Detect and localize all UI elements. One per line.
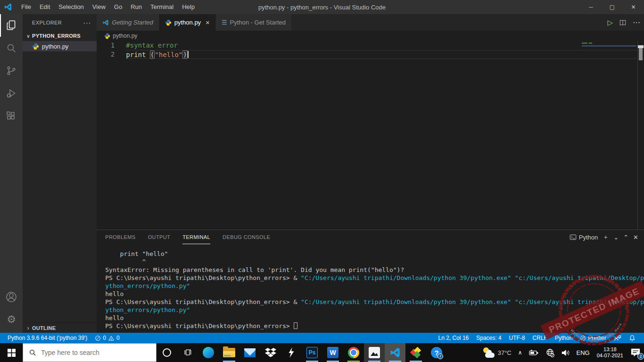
dropbox-button[interactable] (260, 343, 281, 362)
terminal-cursor (294, 322, 297, 329)
menu-go[interactable]: Go (110, 0, 126, 14)
problems-status[interactable]: 0 0 (91, 335, 123, 341)
file-explorer-button[interactable] (219, 343, 239, 362)
weather-widget[interactable]: 37°C (479, 343, 515, 362)
clock[interactable]: 13:18 04-07-2021 (593, 343, 627, 362)
feedback-icon[interactable] (610, 335, 625, 341)
taskbar-search-box[interactable] (23, 343, 157, 362)
file-item-python-py[interactable]: python.py (23, 41, 97, 51)
notifications-bell-icon[interactable] (625, 335, 639, 342)
action-center-button[interactable]: 2 (627, 343, 644, 362)
cortana-button[interactable] (157, 343, 177, 362)
search-input[interactable] (41, 349, 145, 356)
language-mode-status[interactable]: Python (551, 335, 576, 341)
terminal-dropdown-icon[interactable]: ⌄ (613, 234, 619, 241)
open-paren-token: ( (150, 50, 155, 59)
python-interpreter-status[interactable]: Python 3.9.6 64-bit ('python 39') (4, 335, 91, 341)
eol-status[interactable]: CRLF (529, 335, 551, 341)
minimize-button[interactable]: ─ (580, 0, 602, 14)
comment-token: #syntax error (126, 41, 178, 49)
vscode-logo-icon (4, 3, 12, 11)
tab-getting-started[interactable]: Getting Started (97, 14, 159, 31)
menu-view[interactable]: View (88, 0, 110, 14)
start-button[interactable] (0, 343, 23, 362)
network-globe-icon[interactable] (542, 343, 558, 362)
minimap[interactable] (582, 42, 636, 47)
photos-icon (369, 347, 380, 358)
tab-close-icon[interactable]: × (206, 18, 210, 26)
python-file-icon (104, 33, 110, 39)
breadcrumb[interactable]: python.py (97, 31, 644, 41)
edge-button[interactable] (198, 343, 219, 362)
tab-problems[interactable]: PROBLEMS (105, 230, 135, 244)
close-panel-icon[interactable]: ✕ (633, 234, 638, 241)
run-python-file-icon[interactable]: ▷ (607, 18, 613, 27)
temperature-label: 37°C (498, 349, 512, 356)
prettier-status[interactable]: Prettier (576, 335, 610, 341)
language-indicator[interactable]: ENG (573, 343, 593, 362)
vscode-logo-icon (389, 347, 401, 358)
tab-output[interactable]: OUTPUT (148, 230, 171, 244)
editor-tab-bar: Getting Started python.py × ☰ Python - G… (97, 14, 644, 31)
sidebar-more-icon[interactable]: ··· (83, 19, 91, 26)
tab-terminal[interactable]: TERMINAL (182, 230, 210, 244)
mail-button[interactable] (239, 343, 260, 362)
screenrec-button[interactable] (281, 343, 302, 362)
source-control-icon[interactable] (0, 59, 23, 82)
photos-button[interactable] (364, 343, 385, 362)
notification-badge: 2 (637, 353, 644, 360)
errors-icon (95, 335, 101, 341)
activity-bar: ⚙ (0, 14, 23, 333)
word-button[interactable]: W (322, 343, 343, 362)
menu-file[interactable]: File (17, 0, 35, 14)
chevron-down-icon: ∨ (25, 33, 32, 39)
window-title: python.py - python_errors - Visual Studi… (258, 4, 386, 11)
menu-help[interactable]: Help (178, 0, 199, 14)
maximize-button[interactable]: ▢ (602, 0, 623, 14)
close-button[interactable]: ✕ (623, 0, 644, 14)
dropbox-icon (265, 347, 276, 358)
terminal-line: ^ (105, 258, 644, 266)
new-terminal-icon[interactable]: ＋ (603, 233, 609, 241)
menu-selection[interactable]: Selection (54, 0, 88, 14)
terminal-line: hello (105, 314, 644, 322)
explorer-icon[interactable] (0, 14, 23, 37)
photoshop-button[interactable]: Ps (302, 343, 322, 362)
word-icon: W (327, 347, 339, 358)
terminal-line: SyntaxError: Missing parentheses in call… (105, 266, 644, 274)
colorful-diamond-app-button[interactable] (405, 343, 426, 362)
battery-tray-icon[interactable] (526, 343, 542, 362)
menu-run[interactable]: Run (126, 0, 146, 14)
outline-section[interactable]: › OUTLINE (23, 322, 97, 333)
settings-gear-icon[interactable]: ⚙ (0, 308, 23, 331)
menu-terminal[interactable]: Terminal (146, 0, 178, 14)
cursor-position-status[interactable]: Ln 2, Col 16 (435, 335, 473, 341)
help-button[interactable]: ? (426, 343, 447, 362)
split-editor-icon[interactable] (619, 19, 626, 26)
terminal-shell-selector[interactable]: Python (570, 234, 598, 241)
menu-edit[interactable]: Edit (35, 0, 54, 14)
breadcrumb-item: python.py (113, 33, 137, 39)
search-icon[interactable] (0, 37, 23, 59)
task-view-button[interactable] (177, 343, 198, 362)
volume-icon[interactable] (558, 343, 573, 362)
vscode-taskbar-button[interactable] (385, 343, 405, 362)
hidden-icons-chevron[interactable]: ∧ (515, 343, 526, 362)
tab-python-get-started[interactable]: ☰ Python - Get Started (216, 14, 292, 31)
editor-more-actions-icon[interactable]: ⋯ (633, 18, 640, 27)
chevron-right-icon: › (25, 325, 32, 331)
date-label: 04-07-2021 (597, 353, 623, 359)
tab-debug-console[interactable]: DEBUG CONSOLE (223, 230, 270, 244)
run-debug-icon[interactable] (0, 82, 23, 105)
terminal-output[interactable]: print "hello" ^ SyntaxError: Missing par… (97, 244, 644, 333)
extensions-icon[interactable] (0, 105, 23, 127)
code-editor[interactable]: 1 #syntax error 2 print ("hello") (97, 41, 644, 230)
editor-scrollbar[interactable] (637, 41, 644, 230)
indentation-status[interactable]: Spaces: 4 (472, 335, 505, 341)
chrome-button[interactable] (343, 343, 364, 362)
encoding-status[interactable]: UTF-8 (505, 335, 529, 341)
maximize-panel-icon[interactable]: ⌃ (623, 234, 628, 241)
tab-python-py[interactable]: python.py × (159, 14, 216, 31)
folder-python-errors[interactable]: ∨ PYTHON_ERRORS (23, 31, 97, 41)
accounts-icon[interactable] (0, 286, 23, 308)
